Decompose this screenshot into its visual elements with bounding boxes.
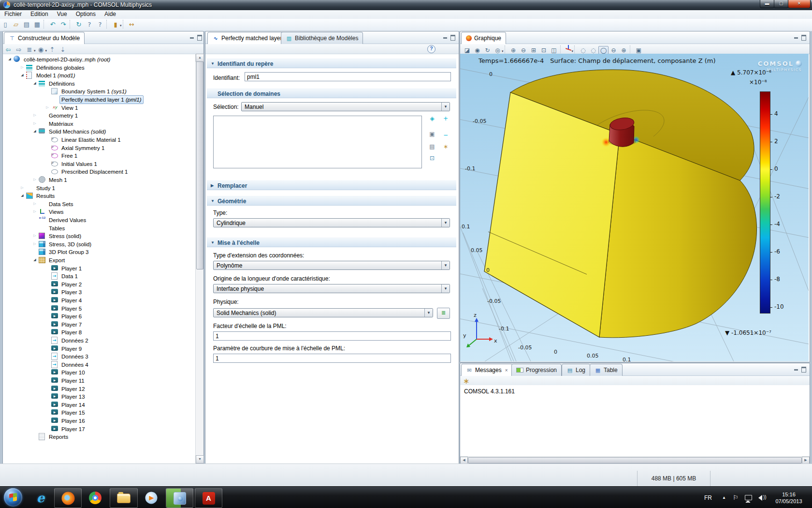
tree-item[interactable]: Player 12	[3, 385, 196, 392]
tree-item[interactable]: Reports	[3, 433, 196, 440]
tree-item[interactable]: ◢collè-temporel-2D-axisy..mph (root)	[3, 55, 196, 63]
tree-item-label[interactable]: Results	[34, 192, 57, 200]
expand-arrow-icon[interactable]: ▷	[32, 111, 38, 119]
tree-item-label[interactable]: Tables	[47, 224, 67, 233]
menu-vue[interactable]: Vue	[53, 10, 72, 18]
panel-maximize-icon[interactable]	[800, 34, 807, 40]
add-icon[interactable]: +	[441, 115, 450, 123]
expand-arrow-icon[interactable]: ◢	[19, 71, 25, 79]
tree-item-label[interactable]: Player 1	[59, 264, 84, 273]
maximize-button[interactable]: ▢	[774, 0, 788, 8]
tree-item-label[interactable]: Views	[47, 208, 65, 216]
tree-item[interactable]: ▷Data Sets	[3, 200, 196, 208]
geometry-type-dropdown[interactable]: Cylindrique	[213, 218, 450, 227]
expand-arrow-icon[interactable]: ▷	[32, 232, 38, 239]
tree-item-label[interactable]: Stress (solid)	[47, 232, 83, 240]
help-icon[interactable]: ?	[85, 20, 94, 29]
menu-options[interactable]: Options	[72, 10, 100, 18]
taskbar-comsol[interactable]	[166, 488, 193, 508]
tree-item[interactable]: Linear Elastic Material 1	[3, 135, 196, 143]
expand-arrow-icon[interactable]: ◢	[7, 55, 13, 63]
dropdown-arrow-icon[interactable]: ▾	[34, 49, 36, 53]
update-icon[interactable]: ↻	[74, 20, 84, 29]
tree-item[interactable]: ▷Mesh 1	[3, 176, 196, 183]
tree-item-label[interactable]: Data 1	[59, 272, 80, 281]
tree-item-label[interactable]: Données 3	[59, 352, 90, 361]
add-to-selection-icon[interactable]: ◈	[428, 115, 436, 123]
tree-item[interactable]: Axial Symmetry 1	[3, 144, 196, 151]
tab-messages[interactable]: ✉ Messages ×	[461, 364, 513, 376]
tree-item[interactable]: ◢Results	[3, 192, 196, 199]
identifier-field[interactable]	[245, 72, 451, 81]
tree-item[interactable]: Données 2	[3, 336, 196, 344]
tree-item-label[interactable]: Derived Values	[47, 216, 88, 224]
measure-icon[interactable]: ↔	[127, 20, 137, 29]
scrollbar-thumb[interactable]	[468, 457, 802, 463]
expand-arrow-icon[interactable]: ▷	[44, 104, 50, 111]
tree-scrollbar[interactable]: ▲ ▼	[195, 54, 203, 463]
title-bar[interactable]: collè-temporel-2D-axisy..mph - COMSOL Mu…	[0, 0, 812, 10]
tree-item-label[interactable]: Définitions globales	[34, 63, 87, 72]
tree-item[interactable]: Player 2	[3, 280, 196, 288]
tree-item-label[interactable]: Données 4	[59, 360, 90, 369]
tree-item[interactable]: Player 10	[3, 368, 196, 376]
tree-item[interactable]: ◢Export	[3, 256, 196, 264]
tree-item-label[interactable]: Player 12	[59, 385, 87, 393]
tree-item[interactable]: Player 13	[3, 392, 196, 400]
tree-item-label[interactable]: Player 3	[59, 288, 84, 297]
close-tab-icon[interactable]: ×	[505, 368, 508, 373]
tree-item-label[interactable]: Player 10	[59, 368, 87, 377]
tree-item-label[interactable]: Geometry 1	[47, 111, 80, 120]
open-file-icon[interactable]: ▱	[11, 20, 21, 29]
tree-item[interactable]: Player 17	[3, 425, 196, 433]
tree-item[interactable]: Player 14	[3, 401, 196, 408]
scroll-down-icon[interactable]: ▼	[196, 455, 204, 463]
scroll-right-icon[interactable]: ▶	[802, 457, 810, 464]
expand-arrow-icon[interactable]: ◢	[32, 127, 38, 135]
tree-item[interactable]: Player 11	[3, 376, 196, 384]
tree-item[interactable]: Perfectly matched layer 1 (pml1)	[3, 95, 196, 103]
menu-fichier[interactable]: Fichier	[0, 10, 26, 18]
tree-item[interactable]: Données 4	[3, 360, 196, 368]
tree-item-label[interactable]: Player 4	[59, 296, 84, 305]
remove-icon[interactable]: −	[441, 131, 450, 140]
wavelength-origin-dropdown[interactable]: Interface physique	[213, 284, 450, 293]
network-icon[interactable]	[743, 487, 753, 508]
go-to-physics-button[interactable]: ≣	[437, 308, 450, 319]
tree-item-label[interactable]: Player 11	[59, 376, 87, 385]
expand-arrow-icon[interactable]: ◢	[32, 79, 38, 87]
model-builder-tab[interactable]: ⊤ Constructeur du Modèle	[4, 32, 85, 44]
tray-expand-icon[interactable]: ▲	[719, 487, 729, 508]
minimize-button[interactable]: ▬	[760, 0, 774, 8]
tab-model-library[interactable]: ▥ Bibliothèque de Modèles	[281, 32, 363, 44]
tree-item[interactable]: Player 4	[3, 296, 196, 304]
tree-item-label[interactable]: Player 7	[59, 320, 84, 329]
selection-dropdown[interactable]: Manuel	[241, 102, 450, 111]
expand-arrow-icon[interactable]: ▷	[32, 176, 38, 183]
tree-item[interactable]: Free 1	[3, 151, 196, 159]
tree-item-label[interactable]: Free 1	[59, 151, 79, 160]
tree-item[interactable]: ◢Model 1 (mod1)	[3, 71, 196, 79]
doc-help-icon[interactable]: ?	[95, 20, 105, 29]
menu-aide[interactable]: Aide	[100, 10, 120, 18]
section-domain-selection[interactable]: Sélection de domaines	[207, 89, 456, 98]
tree-item-label[interactable]: Data Sets	[47, 200, 75, 209]
taskbar-media-player[interactable]	[139, 488, 163, 507]
tree-item-label[interactable]: Player 6	[59, 312, 84, 321]
tree-item-label[interactable]: Matériaux	[47, 120, 75, 128]
panel-minimize-icon[interactable]	[189, 34, 195, 40]
collapse-all-icon[interactable]: ≣	[25, 45, 34, 54]
tree-item-label[interactable]: Reports	[47, 433, 70, 441]
tree-item[interactable]: Player 9	[3, 344, 196, 352]
taskbar-acrobat[interactable]: A	[195, 488, 222, 508]
tree-item[interactable]: Player 3	[3, 288, 196, 296]
tree-item-label[interactable]: Player 16	[59, 417, 87, 425]
tree-item-label[interactable]: 3D Plot Group 3	[47, 248, 90, 256]
tree-item[interactable]: ▷Stress (solid)	[3, 232, 196, 239]
language-indicator[interactable]: FR	[701, 487, 715, 508]
taskbar-ie[interactable]: e	[29, 488, 52, 507]
tree-item-label[interactable]: Perfectly matched layer 1 (pml1)	[59, 95, 144, 104]
dropdown-arrow-icon[interactable]: ▾	[120, 24, 122, 28]
physics-dropdown[interactable]: Solid Mechanics (solid)	[213, 308, 433, 317]
tab-table[interactable]: ▦ Table	[590, 364, 623, 376]
